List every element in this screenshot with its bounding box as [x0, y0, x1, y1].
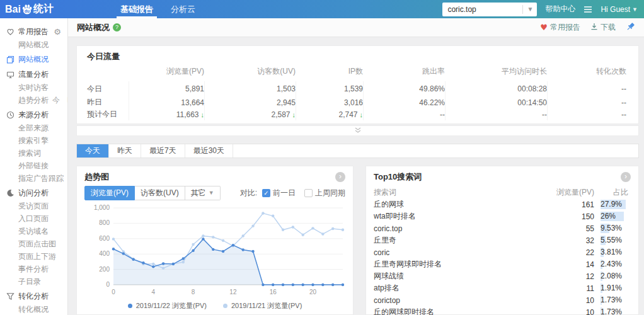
expand-trend-button[interactable]: ›	[335, 172, 345, 182]
traffic-value-cell: --	[547, 96, 626, 108]
keywords-table-body: 丘的网球16127.9%wta即时排名15026%coric.top559.53…	[374, 198, 631, 315]
date-tab-0[interactable]: 今天	[77, 144, 109, 158]
traffic-corner-cell	[87, 64, 129, 81]
keyword-pv-value: 150	[554, 212, 594, 221]
sidebar-item-4-5[interactable]: 事件分析	[0, 263, 67, 275]
sidebar-item-2-1[interactable]: 趋势分析今 昨	[0, 94, 67, 106]
date-tab-2[interactable]: 最近7天	[141, 144, 185, 158]
monitor-icon	[6, 70, 14, 79]
sidebar-item-label: 搜索词	[18, 149, 41, 158]
compare-option-1[interactable]: 上周同期	[304, 188, 345, 198]
traffic-row-label: 今日	[87, 81, 129, 96]
keyword-row-5: 丘里奇网球即时排名142.43%	[374, 258, 631, 270]
keyword-ratio-cell: 3.81%	[601, 248, 631, 257]
sidebar-item-0-0[interactable]: 网站概况	[0, 38, 67, 51]
svg-text:4: 4	[152, 289, 156, 295]
baidu-tongji-logo[interactable]: Bai du 统计	[5, 3, 54, 16]
nav-tab-1[interactable]: 分析云	[162, 0, 204, 18]
nav-tab-0[interactable]: 基础报告	[112, 0, 162, 18]
page-title: 网站概况	[77, 22, 110, 33]
sidebar-item-4-1[interactable]: 入口页面	[0, 212, 67, 225]
traffic-value-cell: 1,503	[204, 81, 296, 96]
today-traffic-panel: 今日流量 浏览量(PV)访客数(UV)IP数跳出率平均访问时长转化次数今日5,8…	[76, 45, 639, 124]
sidebar-section-2-header[interactable]: 流量分析	[0, 67, 67, 81]
date-tab-3[interactable]: 最近30天	[185, 144, 233, 158]
keyword-pv-value: 11	[554, 284, 594, 293]
keyword-pv-value: 55	[554, 224, 594, 233]
keyword-ratio-value: 27.9%	[601, 200, 622, 209]
sidebar-section-5-header[interactable]: 转化分析	[0, 289, 67, 303]
svg-text:1,000: 1,000	[94, 204, 110, 211]
help-center-link[interactable]: 帮助中心	[545, 4, 575, 14]
traffic-col-header-3: 跳出率	[363, 64, 445, 81]
sidebar-item-label: 指定广告跟踪	[18, 174, 64, 183]
sidebar-item-4-0[interactable]: 受访页面	[0, 200, 67, 212]
sidebar-item-label: 搜索引擎	[18, 136, 49, 145]
compare-option-label: 上周同期	[315, 188, 345, 198]
traffic-value: 2,945	[277, 98, 296, 107]
sidebar-section-3-header[interactable]: 来源分析	[0, 108, 67, 122]
sidebar-item-3-4[interactable]: 指定广告跟踪	[0, 172, 67, 185]
sidebar-item-3-1[interactable]: 搜索引擎	[0, 134, 67, 147]
keyword-ratio-cell: 2.08%	[601, 272, 631, 281]
sidebar-section-label: 网站概况	[18, 54, 49, 65]
traffic-value-cell: 3,016	[296, 96, 363, 108]
sidebar-item-4-4[interactable]: 页面上下游	[0, 250, 67, 263]
sidebar-item-label: 事件分析	[18, 265, 49, 273]
sidebar-item-suffix[interactable]: 今 昨	[52, 96, 68, 105]
metric-button-label: 访客数(UV)	[141, 186, 179, 200]
sidebar-item-label: 页面上下游	[18, 252, 56, 261]
keywords-table-header: 搜索词 浏览量(PV) 占比	[374, 186, 631, 198]
svg-text:600: 600	[99, 235, 110, 242]
sidebar-section-0-header[interactable]: 常用报告⚙	[0, 25, 67, 38]
main-content: 今日流量 浏览量(PV)访客数(UV)IP数跳出率平均访问时长转化次数今日5,8…	[68, 37, 644, 315]
traffic-value-cell: 11,663↓	[129, 108, 204, 120]
sidebar-section-1-header[interactable]: 网站概况	[0, 52, 67, 66]
metric-button-1[interactable]: 访客数(UV)	[135, 186, 185, 200]
keyword-ratio-cell: 1.73%	[601, 307, 631, 315]
metric-button-0[interactable]: 浏览量(PV)	[84, 186, 135, 200]
traffic-col-header-0: 浏览量(PV)	[129, 64, 204, 81]
help-badge-icon[interactable]: ?	[113, 23, 121, 32]
sidebar-section-4-header[interactable]: 访问分析	[0, 186, 67, 200]
traffic-value-cell: 49.86%	[363, 81, 445, 96]
compare-option-0[interactable]: ✓前一日	[262, 188, 296, 198]
compare-label: 对比:	[240, 188, 257, 198]
sidebar-item-3-2[interactable]: 搜索词	[0, 147, 67, 159]
sidebar-section-4: 访问分析受访页面入口页面受访域名页面点击图页面上下游事件分析子目录	[0, 186, 67, 288]
page-toolbar: 网站概况 ? ♥ 常用报告 下载	[68, 18, 644, 37]
sidebar-item-label: 受访页面	[18, 202, 49, 210]
download-action[interactable]: 下载	[590, 22, 616, 33]
keyword-ratio-value: 5.55%	[601, 236, 622, 244]
site-selector[interactable]: coric.top ▼	[442, 3, 537, 16]
apps-menu-icon[interactable]	[584, 6, 592, 13]
keyword-ratio-value: 1.73%	[601, 295, 622, 304]
sidebar-item-5-0[interactable]: 转化概况	[0, 303, 67, 315]
gear-icon[interactable]: ⚙	[54, 27, 61, 37]
download-icon	[590, 23, 598, 32]
sidebar-item-4-6[interactable]: 子目录	[0, 275, 67, 288]
sidebar-item-label: 子目录	[18, 277, 41, 286]
sidebar-item-3-0[interactable]: 全部来源	[0, 122, 67, 134]
collapse-toggle[interactable]	[76, 125, 639, 136]
pin-action[interactable]	[626, 22, 635, 33]
sidebar-item-4-3[interactable]: 页面点击图	[0, 238, 67, 250]
expand-keywords-button[interactable]: ›	[621, 172, 631, 182]
keyword-pv-value: 161	[554, 200, 594, 209]
checkbox-checked[interactable]: ✓	[262, 189, 270, 197]
metric-button-2[interactable]: 其它▼	[185, 186, 221, 200]
user-menu[interactable]: Hi Guest ▼	[601, 5, 638, 14]
sidebar-item-4-2[interactable]: 受访域名	[0, 225, 67, 238]
pages-icon	[6, 55, 14, 64]
sidebar-item-3-3[interactable]: 外部链接	[0, 159, 67, 172]
sidebar-section-3: 来源分析全部来源搜索引擎搜索词外部链接指定广告跟踪	[0, 108, 67, 185]
traffic-value-cell: --	[363, 108, 445, 120]
sidebar-item-2-0[interactable]: 实时访客	[0, 81, 67, 94]
keyword-ratio-cell: 5.55%	[601, 236, 631, 245]
date-tab-1[interactable]: 昨天	[109, 144, 141, 158]
favorite-report-action[interactable]: ♥ 常用报告	[540, 22, 580, 33]
legend-item-1[interactable]: 2019/11/21 浏览量(PV)	[223, 301, 302, 311]
checkbox-unchecked[interactable]	[304, 189, 313, 197]
legend-item-0[interactable]: 2019/11/22 浏览量(PV)	[128, 301, 207, 311]
traffic-value-cell: --	[547, 108, 626, 120]
